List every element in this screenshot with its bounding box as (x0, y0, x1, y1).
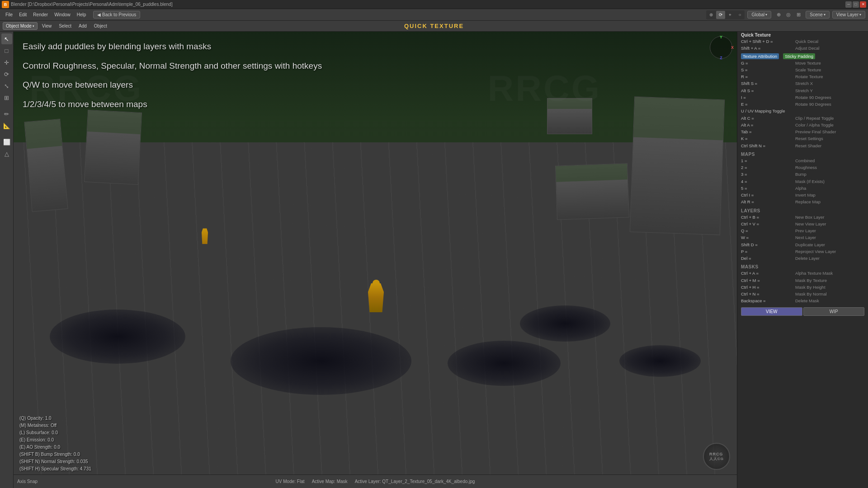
key-r: R = (741, 74, 795, 80)
key-alt-a: Alt A = (741, 122, 795, 128)
shortcut-i: I = Rotate 90 Degrees (741, 94, 864, 101)
header-icon-3[interactable]: ⊞ (794, 10, 803, 19)
tool-select-box[interactable]: □ (1, 45, 12, 56)
rp-shortcuts: Quick Texture Ctrl + Shift + D = Quick D… (737, 29, 868, 319)
shortcut-alt-s: Alt S = Stretch Y (741, 88, 864, 94)
tool-measure[interactable]: 📐 (1, 120, 12, 131)
desc-ctrl-shift-n: Reset Shader (795, 143, 821, 149)
add-menu[interactable]: Add (76, 23, 90, 29)
key-map-4: 4 = (741, 178, 795, 185)
info-emission: (E) Emission: 0.0 (19, 436, 91, 444)
tool-annotate[interactable]: ✏ (1, 108, 12, 119)
main-viewport[interactable]: RRCG RRCG Easily add puddles by blending… (14, 32, 737, 474)
key-layer-w: W = (741, 235, 795, 241)
header-icon-1[interactable]: ⊕ (774, 10, 783, 19)
back-button[interactable]: ◀ Back to Previous (93, 11, 140, 19)
key-ctrl-shift-n: Ctrl Shift N = (741, 143, 795, 149)
header-right: ⊕ ⟳ ⌖ ○ Global ⊕ ◎ ⊞ Scene View Layer (706, 10, 865, 19)
info-specular: (SHIFT H) Specular Strength: 4.731 (19, 465, 91, 473)
desc-r: Rotate Texture (795, 74, 823, 80)
close-button[interactable]: ✕ (860, 1, 866, 8)
gizmo-circle: X Y Z (710, 36, 732, 59)
desc-shift-s: Stretch X (795, 80, 813, 87)
layers-shortcuts: Ctrl + B = New Box Layer Ctrl + V = New … (741, 214, 864, 262)
key-ctrl-n: Ctrl + N = (741, 291, 795, 297)
key-shift-s: Shift S = (741, 80, 795, 87)
select-menu[interactable]: Select (56, 23, 74, 29)
minimize-button[interactable]: ─ (845, 1, 852, 8)
header-icon-2[interactable]: ◎ (784, 10, 793, 19)
tool-cursor[interactable]: ↖ (1, 33, 12, 44)
header-icons: ⊕ ◎ ⊞ (774, 10, 803, 19)
desc-k: Reset Settings (795, 136, 823, 142)
window-menu[interactable]: Window (52, 11, 73, 18)
mask-backspace: Backspace = Delete Mask (741, 298, 864, 304)
map-5: 5 = Alpha (741, 185, 864, 192)
layer-ctrl-v: Ctrl + V = New View Layer (741, 221, 864, 227)
viewport-icon-4[interactable]: ○ (735, 11, 744, 19)
highlight-texture-attribution[interactable]: Texture Attribution (741, 53, 779, 59)
tool-move[interactable]: ✛ (1, 57, 12, 68)
desc-layer-w: Next Layer (795, 235, 816, 241)
key-ctrl-v: Ctrl + V = (741, 221, 795, 227)
highlight-sticky-padding[interactable]: Sticky Padding (783, 53, 815, 59)
key-map-3: 3 = (741, 171, 795, 178)
rrcg-subtext: 人人CG (709, 457, 724, 461)
masks-shortcuts: Ctrl + A = Alpha Texture Mask Ctrl + M =… (741, 270, 864, 304)
edit-menu[interactable]: Edit (16, 11, 29, 18)
desc-map-1: Combined (795, 158, 815, 164)
workspace-dropdown[interactable]: Global (747, 11, 771, 19)
puddle-1 (50, 310, 185, 364)
desc-ctrl-h: Mask By Height (795, 284, 826, 291)
shortcut-alt-a: Alt A = Color / Alpha Toggle (741, 122, 864, 128)
key-ctrl-i: Ctrl I = (741, 192, 795, 198)
layer-ctrl-b: Ctrl + B = New Box Layer (741, 214, 864, 221)
scene-dropdown[interactable]: Scene (806, 11, 829, 19)
character-main (368, 283, 384, 319)
wip-button[interactable]: WIP (803, 307, 865, 316)
view-layer-dropdown[interactable]: View Layer (832, 11, 865, 19)
overlay-line-1: Easily add puddles by blending layers wi… (23, 41, 322, 53)
shortcut-alt-c: Alt C = Clip / Repeat Toggle (741, 115, 864, 122)
render-menu[interactable]: Render (30, 11, 51, 18)
puddle-2 (231, 327, 411, 395)
key-mask-ctrl-a: Ctrl + A = (741, 270, 795, 277)
top-menu-bar: B Blender [D:\Dropbox\Personal\Projects\… (0, 0, 868, 9)
nav-gizmo[interactable]: X Y Z (710, 36, 732, 59)
tool-add-cone[interactable]: △ (1, 148, 12, 159)
viewport-icon-2[interactable]: ⟳ (716, 11, 725, 19)
object-mode-dropdown[interactable]: Object Mode (3, 22, 38, 30)
key-tab: Tab = (741, 129, 795, 135)
key-ctrl-h: Ctrl + H = (741, 284, 795, 291)
key-shift-d: Shift D = (741, 242, 795, 248)
shortcut-ctrl-shift-n: Ctrl Shift N = Reset Shader (741, 143, 864, 149)
overlay-line-2: Control Roughness, Specular, Normal Stre… (23, 60, 322, 72)
desc-g: Move Texture (795, 60, 821, 66)
shortcut-g: G = Move Texture (741, 60, 864, 66)
view-menu[interactable]: View (39, 23, 55, 29)
info-normal: (SHIFT N) Normal Strength: 0.035 (19, 458, 91, 465)
viewport-icon-1[interactable]: ⊕ (707, 11, 716, 19)
overlay-line-4: 1/2/3/4/5 to move between maps (23, 99, 322, 111)
layer-w: W = Next Layer (741, 235, 864, 241)
shortcut-k: K = Reset Settings (741, 136, 864, 142)
qt-title: Quick Texture (741, 33, 771, 38)
info-subsurface: (L) Subsurface: 0.0 (19, 429, 91, 436)
key-p: P = (741, 249, 795, 255)
axis-snap-label: Axis Snap (17, 479, 38, 484)
view-button[interactable]: VIEW (741, 307, 802, 316)
desc-mask-ctrl-a: Alpha Texture Mask (795, 270, 833, 277)
key-map-5: 5 = (741, 185, 795, 192)
map-ctrl-i: Ctrl I = Invert Map (741, 192, 864, 198)
desc-ctrl-b: New Box Layer (795, 214, 824, 221)
tool-scale[interactable]: ⤡ (1, 80, 12, 91)
file-menu[interactable]: File (3, 11, 15, 18)
tool-add-cube[interactable]: ⬜ (1, 136, 12, 147)
tool-transform[interactable]: ⊞ (1, 92, 12, 103)
tool-rotate[interactable]: ⟳ (1, 69, 12, 80)
object-menu[interactable]: Object (91, 23, 110, 29)
view-wip-row: VIEW WIP (741, 307, 864, 316)
maximize-button[interactable]: □ (853, 1, 859, 8)
viewport-icon-3[interactable]: ⌖ (726, 11, 735, 19)
help-menu[interactable]: Help (74, 11, 89, 18)
